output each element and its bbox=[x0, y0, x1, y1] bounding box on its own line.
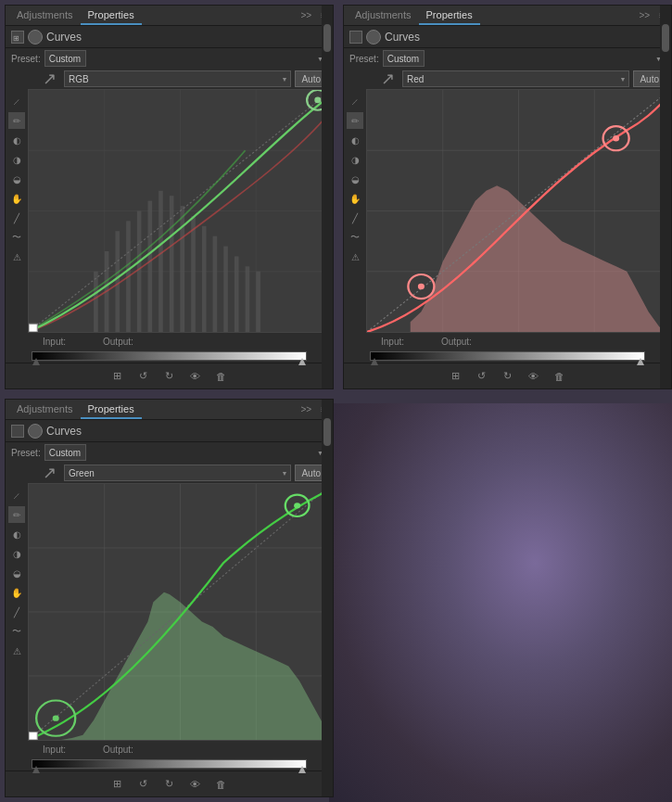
pin-button-green[interactable]: ⊞ bbox=[108, 775, 127, 794]
svg-rect-22 bbox=[246, 266, 250, 332]
svg-rect-19 bbox=[213, 236, 218, 332]
scrollbar-red[interactable] bbox=[660, 6, 671, 388]
tool-sample2-red[interactable]: ◑ bbox=[347, 151, 363, 168]
preset-select-rgb[interactable]: Custom bbox=[44, 50, 86, 67]
tab-adjustments-green[interactable]: Adjustments bbox=[9, 401, 81, 419]
curves-canvas-green[interactable] bbox=[28, 483, 333, 741]
svg-rect-20 bbox=[223, 247, 228, 332]
tool-hand-red[interactable]: ✋ bbox=[347, 190, 363, 207]
tab-adjustments-rgb[interactable]: Adjustments bbox=[9, 6, 81, 25]
visibility-button-rgb[interactable]: 👁 bbox=[186, 367, 205, 386]
tool-smooth-rgb[interactable]: 〜 bbox=[8, 229, 25, 246]
tool-sample1-green[interactable]: ◐ bbox=[8, 526, 25, 542]
tool-point-rgb[interactable]: ⟋ bbox=[8, 93, 25, 109]
undo-button-red[interactable]: ↺ bbox=[473, 367, 491, 386]
pin-button-red[interactable]: ⊞ bbox=[447, 367, 465, 386]
tool-sample3-rgb[interactable]: ◒ bbox=[8, 171, 25, 187]
gradient-bar-red bbox=[370, 351, 645, 361]
tool-sample2-rgb[interactable]: ◑ bbox=[8, 151, 25, 168]
visibility-button-red[interactable]: 👁 bbox=[525, 367, 543, 386]
reset-button-red[interactable]: ↻ bbox=[499, 367, 517, 386]
panel-header-green: Curves bbox=[6, 420, 333, 442]
preset-row-red: Preset: Custom bbox=[344, 48, 671, 69]
preset-select-green[interactable]: Custom bbox=[44, 444, 86, 461]
tool-hand-rgb[interactable]: ✋ bbox=[8, 190, 25, 207]
channel-select-wrapper-green: RGB Red Green Blue bbox=[64, 465, 291, 481]
undo-button-green[interactable]: ↺ bbox=[134, 775, 153, 794]
tool-sample3-red[interactable]: ◒ bbox=[347, 171, 363, 187]
tab-properties-red[interactable]: Properties bbox=[419, 6, 480, 25]
preset-select-wrapper-rgb: Custom bbox=[44, 50, 327, 67]
curve-tool-icon-rgb[interactable]: ↗ bbox=[43, 69, 57, 89]
panel-tabs-red: Adjustments Properties >> ≡ bbox=[344, 6, 671, 26]
gradient-arrow-right-rgb[interactable] bbox=[298, 358, 306, 365]
tool-pencil-red[interactable]: ✏ bbox=[347, 112, 363, 129]
tool-line-green[interactable]: ╱ bbox=[8, 604, 25, 620]
reset-button-rgb[interactable]: ↻ bbox=[160, 367, 179, 386]
gradient-bar-rgb bbox=[32, 351, 307, 361]
preset-select-red[interactable]: Custom bbox=[383, 50, 425, 67]
panel-green-curves: Adjustments Properties >> ≡ Curves bbox=[5, 399, 334, 797]
svg-rect-28 bbox=[350, 32, 361, 43]
tool-line-rgb[interactable]: ╱ bbox=[8, 210, 25, 226]
curves-canvas-red[interactable] bbox=[366, 89, 671, 333]
undo-button-rgb[interactable]: ↺ bbox=[134, 367, 153, 386]
tool-pencil-green[interactable]: ✏ bbox=[8, 506, 25, 523]
tool-pencil-rgb[interactable]: ✏ bbox=[8, 112, 25, 129]
svg-text:⊞: ⊞ bbox=[13, 34, 19, 43]
tool-warning-green[interactable]: ⚠ bbox=[8, 643, 25, 659]
panel-title-rgb: Curves bbox=[46, 31, 82, 44]
visibility-button-green[interactable]: 👁 bbox=[186, 775, 205, 794]
delete-button-red[interactable]: 🗑 bbox=[551, 367, 569, 386]
tool-smooth-green[interactable]: 〜 bbox=[8, 623, 25, 640]
pin-button-rgb[interactable]: ⊞ bbox=[108, 367, 127, 386]
bottom-toolbar-red: ⊞ ↺ ↻ 👁 🗑 bbox=[344, 363, 671, 388]
panel-title-green: Curves bbox=[46, 425, 82, 438]
channel-select-green[interactable]: RGB Red Green Blue bbox=[64, 465, 291, 481]
scrollbar-green[interactable] bbox=[322, 400, 333, 796]
expand-icon-green[interactable]: >> bbox=[298, 403, 314, 415]
scroll-thumb-red[interactable] bbox=[662, 24, 669, 52]
tab-properties-green[interactable]: Properties bbox=[81, 401, 142, 419]
tool-hand-green[interactable]: ✋ bbox=[8, 584, 25, 601]
tools-sidebar-green: ⟋ ✏ ◐ ◑ ◒ ✋ ╱ 〜 ⚠ bbox=[6, 483, 28, 741]
delete-button-rgb[interactable]: 🗑 bbox=[212, 367, 231, 386]
tool-sample1-red[interactable]: ◐ bbox=[347, 132, 363, 148]
tool-point-red[interactable]: ⟋ bbox=[347, 93, 363, 109]
gradient-arrow-left-red[interactable] bbox=[371, 358, 378, 365]
input-label-rgb: Input: bbox=[43, 337, 66, 347]
expand-icon-red[interactable]: >> bbox=[636, 9, 653, 21]
gradient-arrow-right-red[interactable] bbox=[637, 358, 644, 365]
tool-point-green[interactable]: ⟋ bbox=[8, 487, 25, 503]
channel-row-red: ↗ RGB Red Green Blue Auto bbox=[344, 69, 671, 89]
tool-sample1-rgb[interactable]: ◐ bbox=[8, 132, 25, 148]
curve-tool-icon-red[interactable]: ↗ bbox=[381, 69, 395, 89]
tab-adjustments-red[interactable]: Adjustments bbox=[348, 6, 419, 25]
tool-smooth-red[interactable]: 〜 bbox=[347, 229, 363, 246]
scroll-thumb-rgb[interactable] bbox=[323, 24, 331, 52]
scroll-thumb-green[interactable] bbox=[323, 418, 331, 446]
tool-sample2-green[interactable]: ◑ bbox=[8, 545, 25, 562]
curves-main-rgb: ⟋ ✏ ◐ ◑ ◒ ✋ ╱ 〜 ⚠ bbox=[6, 89, 333, 333]
svg-point-53 bbox=[53, 715, 59, 720]
svg-rect-10 bbox=[115, 231, 120, 332]
tool-line-red[interactable]: ╱ bbox=[347, 210, 363, 226]
scrollbar-rgb[interactable] bbox=[322, 6, 333, 388]
channel-select-red[interactable]: RGB Red Green Blue bbox=[402, 70, 629, 87]
gradient-arrow-right-green[interactable] bbox=[298, 766, 306, 773]
svg-rect-21 bbox=[235, 256, 239, 332]
tool-sample3-green[interactable]: ◒ bbox=[8, 565, 25, 581]
channel-select-rgb[interactable]: RGB Red Green Blue bbox=[64, 70, 291, 87]
curve-tool-icon-green[interactable]: ↗ bbox=[43, 463, 57, 483]
svg-rect-13 bbox=[147, 201, 152, 332]
tool-warning-rgb[interactable]: ⚠ bbox=[8, 248, 25, 265]
gradient-arrow-left-rgb[interactable] bbox=[32, 358, 40, 365]
expand-icon-rgb[interactable]: >> bbox=[298, 9, 314, 21]
tool-warning-red[interactable]: ⚠ bbox=[347, 248, 363, 265]
reset-button-green[interactable]: ↻ bbox=[160, 775, 179, 794]
curves-canvas-rgb[interactable] bbox=[28, 89, 333, 333]
delete-button-green[interactable]: 🗑 bbox=[212, 775, 231, 794]
svg-rect-17 bbox=[191, 216, 196, 332]
gradient-arrow-left-green[interactable] bbox=[32, 766, 40, 773]
tab-properties-rgb[interactable]: Properties bbox=[81, 6, 142, 25]
